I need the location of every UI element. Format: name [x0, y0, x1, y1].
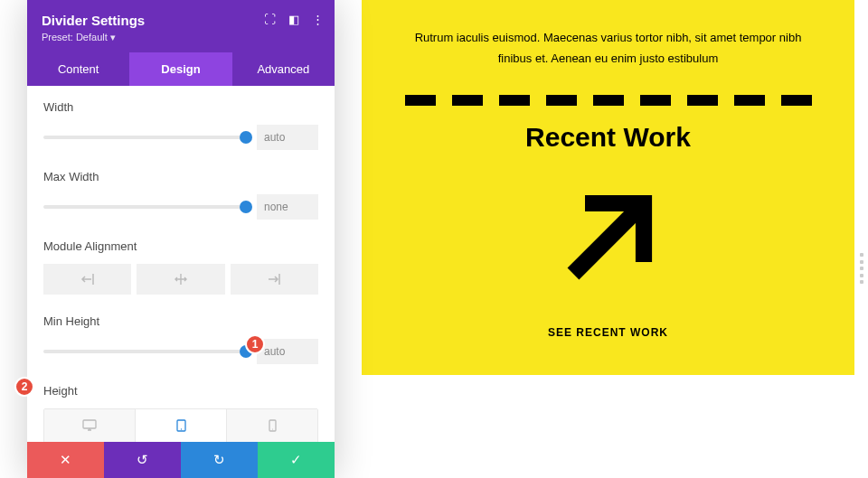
- setting-width: Width: [43, 100, 318, 150]
- tab-advanced[interactable]: Advanced: [232, 52, 335, 86]
- max-width-label: Max Width: [43, 170, 318, 183]
- panel-header: Divider Settings Preset: Default ▾ ⛶ ◧ ⋮: [27, 0, 335, 52]
- save-button[interactable]: ✓: [258, 442, 335, 478]
- divider-module[interactable]: [380, 95, 836, 106]
- expand-icon[interactable]: ⛶: [264, 13, 276, 26]
- header-toolbar: ⛶ ◧ ⋮: [264, 13, 324, 26]
- min-height-label: Min Height: [43, 314, 318, 328]
- device-desktop-button[interactable]: [44, 409, 136, 442]
- align-center-icon: [175, 274, 187, 285]
- callout-1: 1: [245, 334, 265, 354]
- height-label: Height: [43, 384, 318, 398]
- more-icon[interactable]: ⋮: [312, 13, 324, 26]
- align-center-button[interactable]: [137, 264, 224, 295]
- callout-2: 2: [14, 377, 34, 397]
- desktop-icon: [82, 419, 97, 432]
- slider-thumb[interactable]: [240, 201, 252, 213]
- responsive-device-tabs: [43, 408, 318, 442]
- device-phone-button[interactable]: [227, 409, 317, 442]
- panel-body[interactable]: Width Max Width Module Alignment: [27, 86, 335, 442]
- min-height-input[interactable]: [257, 339, 318, 364]
- hero-section: Rutrum iaculis euismod. Maecenas varius …: [362, 0, 854, 375]
- svg-point-2: [180, 428, 181, 429]
- dash: [687, 95, 718, 106]
- dash: [734, 95, 765, 106]
- slider-thumb[interactable]: [240, 131, 252, 144]
- width-slider[interactable]: [43, 136, 246, 139]
- device-tablet-button[interactable]: [136, 409, 227, 442]
- min-height-slider[interactable]: [43, 350, 246, 353]
- setting-module-alignment: Module Alignment: [43, 239, 318, 295]
- dash: [405, 95, 436, 106]
- undo-icon: ↺: [137, 452, 148, 468]
- undo-button[interactable]: ↺: [104, 442, 181, 478]
- tab-design[interactable]: Design: [129, 52, 231, 86]
- svg-point-4: [271, 428, 272, 429]
- redo-icon: ↻: [213, 452, 225, 468]
- dash: [452, 95, 483, 106]
- max-width-input[interactable]: [257, 194, 318, 220]
- width-label: Width: [43, 100, 318, 114]
- align-right-button[interactable]: [231, 264, 318, 295]
- hero-heading: Recent Work: [380, 122, 836, 153]
- setting-height: Height: [43, 384, 318, 442]
- tab-content[interactable]: Content: [27, 52, 129, 86]
- module-alignment-label: Module Alignment: [43, 239, 318, 253]
- settings-panel: Divider Settings Preset: Default ▾ ⛶ ◧ ⋮…: [27, 0, 335, 478]
- close-icon: ✕: [60, 452, 71, 468]
- dock-icon[interactable]: ◧: [288, 13, 299, 26]
- tab-bar: Content Design Advanced: [27, 52, 335, 86]
- setting-min-height: Min Height: [43, 314, 318, 364]
- preview-pane: Rutrum iaculis euismod. Maecenas varius …: [362, 0, 854, 469]
- max-width-slider[interactable]: [43, 205, 246, 209]
- check-icon: ✓: [290, 452, 302, 468]
- resize-handle[interactable]: [860, 253, 863, 284]
- hero-paragraph: Rutrum iaculis euismod. Maecenas varius …: [380, 27, 836, 70]
- align-left-button[interactable]: [43, 264, 131, 295]
- see-recent-work-link[interactable]: SEE RECENT WORK: [380, 326, 836, 339]
- redo-button[interactable]: ↻: [181, 442, 258, 478]
- cancel-button[interactable]: ✕: [27, 442, 104, 478]
- dash: [546, 95, 577, 106]
- tablet-icon: [176, 419, 186, 432]
- dash: [593, 95, 624, 106]
- arrow-up-right-icon: [550, 180, 667, 297]
- phone-icon: [269, 419, 277, 432]
- setting-max-width: Max Width: [43, 170, 318, 220]
- width-input[interactable]: [257, 125, 318, 150]
- dash: [499, 95, 530, 106]
- preset-selector[interactable]: Preset: Default ▾: [42, 32, 320, 43]
- align-left-icon: [80, 274, 95, 285]
- svg-rect-0: [83, 420, 96, 428]
- align-right-icon: [267, 274, 281, 285]
- dash: [640, 95, 671, 106]
- dash: [781, 95, 812, 106]
- panel-footer: ✕ ↺ ↻ ✓: [27, 442, 335, 478]
